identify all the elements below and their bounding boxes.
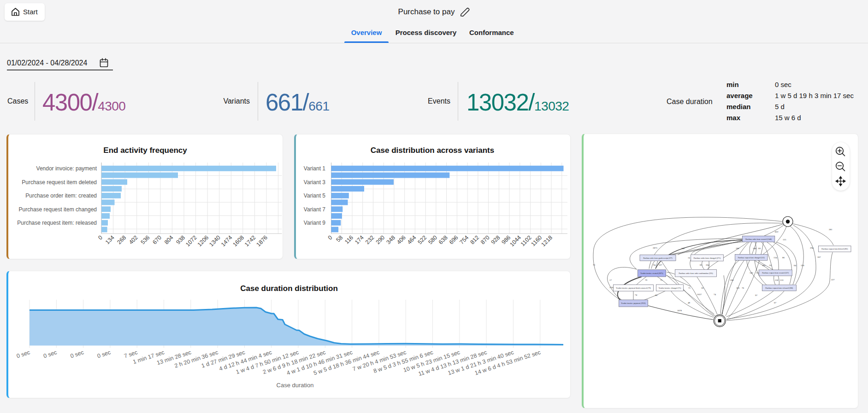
svg-text:Vendor invoice: payment (1932): Vendor invoice: payment (1932)	[621, 302, 646, 304]
svg-text:307: 307	[817, 256, 821, 258]
svg-text:79: 79	[645, 279, 648, 281]
svg-text:Purchase order item: goods rec: Purchase order item: goods receipt (377)	[643, 257, 673, 259]
svg-text:536: 536	[140, 234, 151, 246]
svg-text:696: 696	[448, 234, 460, 246]
svg-text:Purchase request item: release: Purchase request item: released (368)	[766, 287, 793, 289]
svg-text:1474: 1474	[220, 234, 234, 248]
svg-text:86: 86	[782, 256, 785, 259]
svg-text:822: 822	[775, 231, 779, 233]
svg-text:1218: 1218	[540, 234, 554, 248]
svg-text:97: 97	[755, 294, 758, 297]
svg-text:125: 125	[783, 238, 786, 241]
svg-text:Variant 9: Variant 9	[304, 220, 325, 226]
svg-text:182: 182	[762, 264, 766, 267]
svg-text:1037: 1037	[697, 293, 702, 296]
svg-text:812: 812	[469, 234, 480, 246]
svg-text:870: 870	[479, 234, 491, 246]
svg-text:327: 327	[659, 264, 662, 266]
svg-text:Vendor invoice: created (2875): Vendor invoice: created (2875)	[640, 272, 663, 274]
svg-text:17: 17	[609, 279, 612, 281]
svg-text:Variant 3: Variant 3	[304, 179, 325, 186]
svg-text:754: 754	[459, 234, 470, 246]
svg-text:206: 206	[730, 279, 734, 281]
svg-text:30: 30	[701, 287, 704, 289]
svg-text:0: 0	[97, 234, 104, 241]
svg-text:Purchase request item changed: Purchase request item changed	[19, 206, 97, 213]
svg-text:304: 304	[706, 264, 709, 266]
svg-text:1340: 1340	[208, 234, 222, 248]
svg-text:Vendor invoice: changed (75): Vendor invoice: changed (75)	[659, 287, 681, 289]
svg-text:Purchase order item: created (: Purchase order item: created (1248)	[745, 238, 772, 240]
svg-text:1072: 1072	[184, 234, 198, 248]
svg-text:0 sec: 0 sec	[70, 349, 85, 360]
svg-text:804: 804	[163, 234, 175, 246]
svg-text:0 sec: 0 sec	[42, 349, 58, 360]
svg-text:Vendor invoice: payment: Vendor invoice: payment	[36, 165, 97, 172]
svg-text:Purchase request item deleted: Purchase request item deleted	[22, 179, 97, 186]
svg-text:290: 290	[375, 234, 386, 246]
svg-text:91: 91	[769, 264, 772, 267]
svg-text:74: 74	[714, 293, 716, 296]
svg-text:1044: 1044	[508, 234, 522, 248]
svg-text:67: 67	[774, 302, 777, 304]
svg-text:186: 186	[736, 247, 739, 250]
svg-text:Purchase order item: order con: Purchase order item: order confirmation …	[679, 272, 713, 274]
svg-text:71: 71	[688, 287, 691, 289]
svg-text:74: 74	[635, 294, 638, 296]
svg-text:281: 281	[829, 228, 833, 231]
svg-text:83: 83	[700, 264, 703, 266]
svg-text:294: 294	[810, 247, 814, 249]
svg-text:60: 60	[758, 247, 761, 250]
svg-text:1878: 1878	[677, 309, 682, 312]
svg-text:Variant 1: Variant 1	[304, 165, 325, 172]
svg-text:64: 64	[794, 264, 797, 267]
svg-text:1102: 1102	[520, 234, 533, 248]
svg-text:79: 79	[688, 257, 691, 259]
svg-text:Purchase order item: changed (: Purchase order item: changed (271)	[694, 257, 721, 259]
svg-text:268: 268	[116, 234, 128, 246]
svg-text:73: 73	[593, 264, 596, 266]
svg-text:75: 75	[660, 279, 663, 281]
svg-text:143: 143	[750, 272, 753, 274]
svg-text:406: 406	[396, 234, 407, 246]
svg-text:232: 232	[364, 234, 376, 246]
svg-text:Purchase request item: changed: Purchase request item: changed (512)	[738, 257, 765, 259]
svg-text:134: 134	[774, 256, 777, 259]
svg-text:120: 120	[801, 264, 804, 267]
svg-text:343: 343	[681, 247, 685, 250]
svg-text:348: 348	[385, 234, 396, 246]
svg-text:133: 133	[780, 279, 784, 281]
svg-text:116: 116	[343, 234, 354, 245]
svg-text:Vendor invoice: payment block: Vendor invoice: payment block removed (7…	[616, 287, 651, 289]
svg-text:Variant 7: Variant 7	[304, 206, 325, 213]
svg-text:0: 0	[327, 234, 334, 241]
svg-text:928: 928	[490, 234, 502, 246]
svg-text:522: 522	[417, 234, 428, 246]
svg-text:Purchase request item: release: Purchase request item: released	[17, 220, 97, 226]
svg-text:1742: 1742	[243, 234, 257, 248]
svg-text:Purchase request item: created: Purchase request item: created (337)	[762, 272, 789, 274]
svg-text:464: 464	[406, 234, 418, 246]
svg-text:227: 227	[831, 279, 835, 281]
svg-text:0 sec: 0 sec	[16, 349, 31, 360]
svg-text:Purchase request item deleted: Purchase request item deleted (281)	[821, 248, 848, 250]
svg-text:144: 144	[753, 247, 756, 250]
svg-text:670: 670	[151, 234, 163, 246]
svg-text:76: 76	[742, 287, 744, 289]
svg-text:134: 134	[104, 234, 116, 246]
svg-text:Purchase order item: created: Purchase order item: created	[25, 192, 97, 199]
svg-text:638: 638	[437, 234, 449, 246]
svg-text:48: 48	[688, 302, 691, 304]
svg-text:402: 402	[128, 234, 139, 246]
svg-text:Variant 5: Variant 5	[304, 192, 325, 199]
svg-text:1206: 1206	[196, 234, 210, 248]
svg-text:1160: 1160	[530, 234, 543, 248]
svg-text:1876: 1876	[255, 234, 269, 248]
svg-text:1608: 1608	[231, 234, 245, 248]
svg-text:0 sec: 0 sec	[96, 349, 112, 360]
svg-text:94: 94	[653, 264, 656, 266]
svg-text:58: 58	[335, 234, 344, 244]
svg-text:90: 90	[655, 294, 658, 297]
svg-text:174: 174	[354, 234, 365, 246]
svg-text:126: 126	[775, 279, 779, 281]
